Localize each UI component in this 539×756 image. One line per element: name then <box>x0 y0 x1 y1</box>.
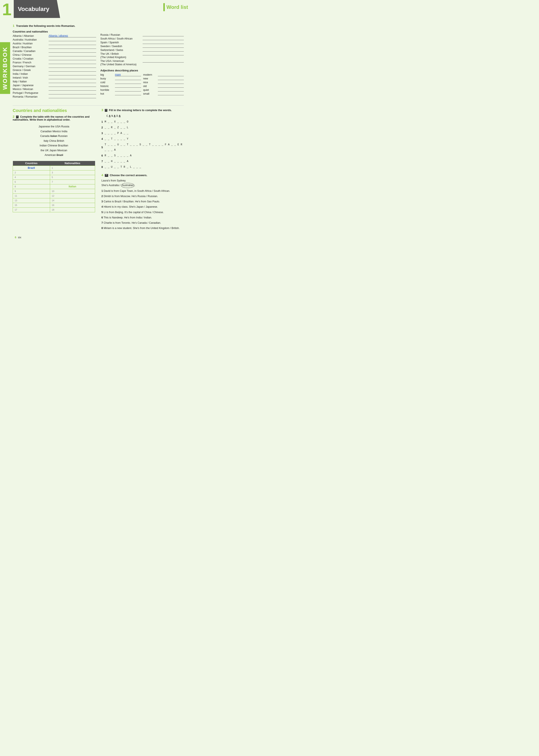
table-row: 910 <box>13 189 95 193</box>
lower-left: Countries and nationalities 2 * Complete… <box>13 108 95 232</box>
wordlist-badge: Word list <box>163 3 190 11</box>
table-row: 67 <box>13 179 95 184</box>
country-row: Greece / Greek <box>13 68 96 72</box>
countries-table: Countries Nationalities Brazil12345678It… <box>13 161 95 212</box>
exercise4-item: 7 Charlie is from Toronto. He's Canada /… <box>102 221 184 225</box>
missing-item: 5 T _ _ _ U _ _ T _ _ _ S _ _ T _ _ _ _ … <box>102 142 184 153</box>
country-row: Portugal / Portuguese <box>13 91 96 95</box>
country-row: France / French <box>13 61 96 64</box>
countries-right-list: Russia / RussianSouth Africa / South Afr… <box>100 33 184 66</box>
exercise4-instruction: Choose the correct answers. <box>110 173 147 177</box>
green-bar-decoration <box>163 3 165 11</box>
chapter-number: 1 <box>0 0 14 18</box>
exercise1-number: 1 <box>13 24 14 28</box>
missing-item: 7 _ _ H _ _ _ _ A <box>102 159 184 164</box>
missing-item: 4 _ _ T _ _ _ _ Y <box>102 136 184 142</box>
section1-columns: Countries and nationalities Albania / Al… <box>13 29 184 99</box>
exercise4-item: 8 Miriam is a new student. She's from th… <box>102 226 184 231</box>
exercise4-example: Laura's from Sydney. She's Australia / A… <box>102 178 184 188</box>
missing-item: 3 _ _ _ _ P A _ _ <box>102 131 184 136</box>
adjective-row: hot <box>100 92 141 95</box>
table-row: 1112 <box>13 193 95 198</box>
country-row: Austria / Austrian <box>13 41 96 45</box>
exercise2-instruction: 2 * Complete the table with the names of… <box>13 115 95 121</box>
countries-section-title: Countries and nationalities <box>13 30 96 33</box>
adjectives-title: Adjectives describing places <box>100 69 184 72</box>
country-row: Albania / AlbanianAlbania / albanez <box>13 34 96 37</box>
wordlist-label: Word list <box>167 4 190 10</box>
country-row: Switzerland / Swiss <box>100 48 184 51</box>
adjective-row: quiet <box>143 88 184 92</box>
table-row: Brazil1 <box>13 166 95 170</box>
country-row: Canada / Canadian <box>13 49 96 53</box>
country-row: Russia / Russian <box>100 33 184 36</box>
country-row: Mexico / Mexican <box>13 87 96 91</box>
exercise4-title: 4 ** Choose the correct answers. <box>102 173 184 177</box>
exercise4-items: Laura's from Sydney. She's Australia / A… <box>102 178 184 231</box>
lower-section: Countries and nationalities 2 * Complete… <box>13 108 184 232</box>
exercise4-item: 6 This is Nandeep. He's from India / Ind… <box>102 216 184 220</box>
country-row: Germany / German <box>13 64 96 68</box>
exercise4-star: ** <box>105 174 108 177</box>
table-header-countries: Countries <box>13 161 50 166</box>
country-row: Croatia / Croatian <box>13 57 96 60</box>
exercise4-item: 2 Dimitri is from Moscow. He's Russia / … <box>102 194 184 199</box>
page-number: 6 six <box>13 236 184 239</box>
exercise4-items-list: 1 David is from Cape Town, in South Afri… <box>102 189 184 231</box>
adjective-row: horrible <box>100 88 141 92</box>
exercise4-item: 5 Li is from Beijing. It's the capital o… <box>102 210 184 215</box>
table-row: 1516 <box>13 203 95 207</box>
table-row: 8Italian <box>13 184 95 189</box>
adjective-row: historic <box>100 84 141 88</box>
country-row: Ireland / Irish <box>13 76 96 79</box>
country-row: Brazil / Brazilian <box>13 45 96 49</box>
table-row: 23 <box>13 170 95 175</box>
page-header: 1 Vocabulary Word list <box>0 0 190 18</box>
circled-answer: Australian <box>121 183 135 188</box>
lower-right: 3 * Fill in the missing letters to compl… <box>102 108 184 232</box>
table-row: 45 <box>13 175 95 179</box>
missing-item: 6 R _ _ S _ _ _ _ A <box>102 153 184 159</box>
missing-item: 2 _ _ R _ Z _ _ L <box>102 125 184 130</box>
adjective-row: busy <box>100 77 141 80</box>
country-row: Japan / Japanese <box>13 84 96 87</box>
exercise4-item: 1 David is from Cape Town, in South Afri… <box>102 189 184 193</box>
adjectives-grid: bigmaremodernbusynewcoldnicehistoricoldh… <box>100 73 184 95</box>
table-row: 1314 <box>13 198 95 203</box>
table-row: 1718 <box>13 207 95 212</box>
table-header-nationalities: Nationalities <box>50 161 95 166</box>
country-row: (The United Kingdom) <box>100 56 184 59</box>
exercise4-item: 4 Hitomi is in my class. She's Japan / J… <box>102 205 184 209</box>
exercise3-instruction: Fill in the missing letters to complete … <box>109 108 172 112</box>
exercise3-number: 3 <box>102 108 103 112</box>
country-row: China / Chinese <box>13 53 96 56</box>
missing-example: CANADA <box>102 113 184 119</box>
countries-heading: Countries and nationalities <box>13 108 95 113</box>
adjectives-section: Adjectives describing places bigmaremode… <box>100 69 184 95</box>
adjective-row: new <box>143 77 184 80</box>
main-content: 1 Translate the following words into Rom… <box>0 22 190 243</box>
exercise4-number: 4 <box>102 173 103 177</box>
country-row: South Africa / South African <box>100 37 184 40</box>
country-row: Sweden / Swedish <box>100 44 184 48</box>
exercise4: 4 ** Choose the correct answers. Laura's… <box>102 173 184 231</box>
exercise2-number: 2 <box>13 115 14 118</box>
missing-items-list: 1 M _ _ X _ _ _ O2 _ _ R _ Z _ _ L3 _ _ … <box>102 119 184 170</box>
chapter-title: Vocabulary <box>14 0 60 18</box>
adjective-row: bigmare <box>100 73 141 76</box>
exercise3-title: 3 * Fill in the missing letters to compl… <box>102 108 184 112</box>
adjective-row: old <box>143 84 184 88</box>
country-row: The UK / British <box>100 52 184 55</box>
exercise1-instruction: Translate the following words into Roman… <box>16 24 75 28</box>
exercise3-star: * <box>105 109 107 112</box>
country-row: Italy / Italian <box>13 80 96 83</box>
countries-table-body: Brazil12345678Italian9101112131415161718 <box>13 166 95 212</box>
section1-left: Countries and nationalities Albania / Al… <box>13 29 96 99</box>
adjective-row: nice <box>143 81 184 84</box>
workbook-label: WORKBOOK <box>0 42 10 94</box>
country-row: Romania / Romanian <box>13 95 96 98</box>
exercise4-item: 3 Carlos is Brazil / Brazilian. He's fro… <box>102 199 184 204</box>
exercise1-header: 1 Translate the following words into Rom… <box>13 24 184 28</box>
countries-left-list: Albania / AlbanianAlbania / albanezAustr… <box>13 34 96 98</box>
missing-letters: CANADA 1 M _ _ X _ _ _ O2 _ _ R _ Z _ _ … <box>102 113 184 170</box>
